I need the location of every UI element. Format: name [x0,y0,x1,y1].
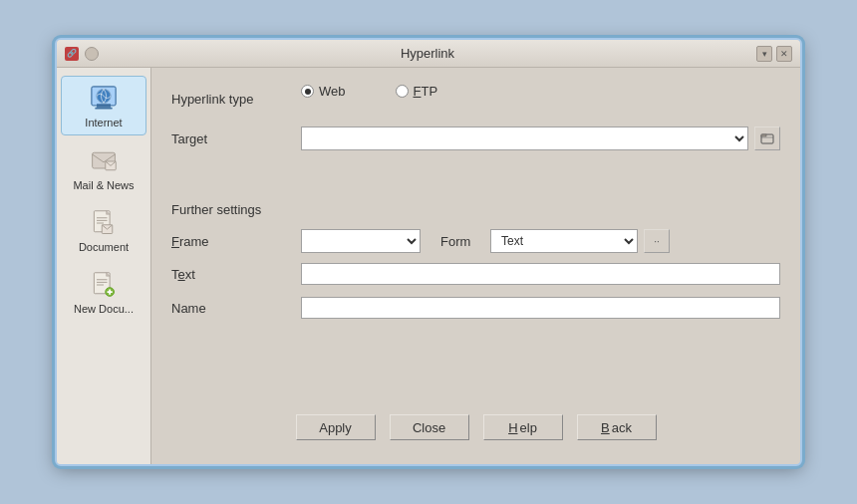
globe-icon [88,83,120,115]
new-document-icon [88,269,120,301]
svg-rect-4 [97,104,111,108]
minimize-button[interactable]: ▾ [756,46,772,62]
title-bar: 🔗 Hyperlink ▾ ✕ [57,40,800,68]
text-label: Text [171,267,301,282]
spacer1 [171,162,780,182]
radio-web-input[interactable] [301,85,314,98]
help-button[interactable]: Help [483,414,563,440]
svg-rect-5 [95,108,113,110]
target-select[interactable] [301,126,748,150]
apply-button[interactable]: Apply [296,414,376,440]
dialog-window: 🔗 Hyperlink ▾ ✕ [55,38,802,466]
name-row: Name [171,297,780,319]
maximize-button[interactable]: ✕ [776,46,792,62]
main-content: Internet Mail & News [57,68,800,464]
target-row: Target [171,126,780,150]
back-button[interactable]: Back [577,414,657,440]
name-input[interactable] [301,297,780,319]
radio-web-label: Web [319,84,346,99]
target-browse-button[interactable] [754,126,780,150]
title-bar-left: 🔗 [65,47,99,61]
sidebar-label-new-document: New Docu... [74,303,134,315]
spacer2 [171,182,780,202]
text-row: Text [171,263,780,285]
mail-icon [88,145,120,177]
svg-rect-21 [761,134,766,136]
hyperlink-type-row: Hyperlink type Web FTP [171,84,780,115]
window-title: Hyperlink [99,46,756,61]
form-extra-button[interactable]: ·· [644,229,670,253]
button-bar: Apply Close Help Back [171,402,780,448]
frame-label: Frame [171,234,301,249]
radio-web[interactable]: Web [301,84,346,99]
radio-ftp-input[interactable] [396,85,409,98]
sidebar-item-new-document[interactable]: New Docu... [61,263,146,321]
further-settings-title: Further settings [171,202,780,217]
text-input[interactable] [301,263,780,285]
title-bar-controls: ▾ ✕ [756,46,792,62]
browse-icon [760,131,774,145]
target-input-group [301,126,780,150]
name-label: Name [171,301,301,316]
form-label: Form [440,234,490,249]
radio-ftp-label: FTP [414,84,438,99]
hyperlink-type-options: Web FTP [301,84,437,99]
sidebar-label-mail-news: Mail & News [73,179,134,191]
close-button[interactable]: Close [390,414,469,440]
target-label: Target [171,131,301,146]
frame-select[interactable]: _blank _self _top _parent [301,229,421,253]
frame-form-row: Frame _blank _self _top _parent Form Tex… [171,229,780,253]
sidebar-item-document[interactable]: Document [61,201,146,259]
sidebar-label-document: Document [79,241,129,253]
hyperlink-type-label: Hyperlink type [171,92,301,107]
form-select[interactable]: Text Button Image [490,229,638,253]
sidebar: Internet Mail & News [57,68,151,464]
radio-ftp[interactable]: FTP [396,84,438,99]
document-icon [88,207,120,239]
content-area: Hyperlink type Web FTP Target [151,68,800,464]
sidebar-label-internet: Internet [85,117,122,128]
sidebar-item-internet[interactable]: Internet [61,76,146,135]
close-button[interactable] [85,47,99,61]
sidebar-item-mail-news[interactable]: Mail & News [61,139,146,197]
app-icon: 🔗 [65,47,79,61]
